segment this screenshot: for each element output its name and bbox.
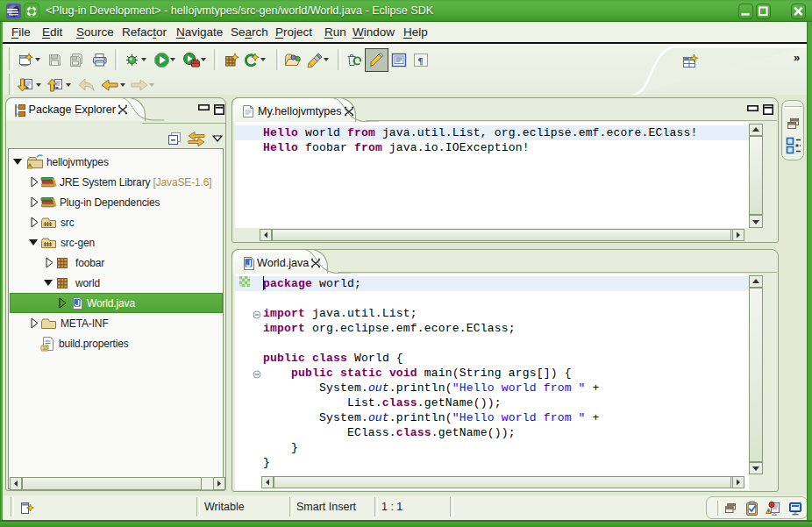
svg-text:¶: ¶ — [418, 55, 424, 66]
svg-text:10: 10 — [42, 345, 47, 351]
